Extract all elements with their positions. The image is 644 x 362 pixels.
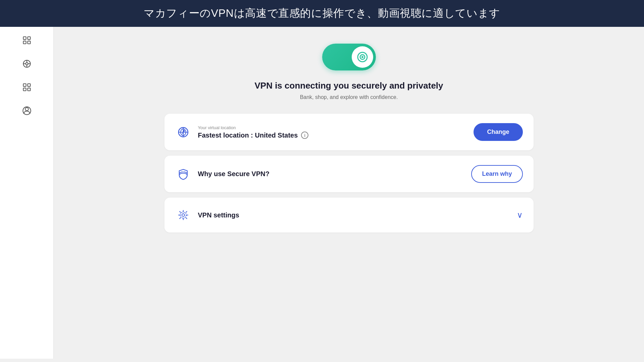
svg-point-22 [183,130,185,132]
learn-card-content: Why use Secure VPN? [198,170,472,178]
change-button[interactable]: Change [474,123,523,141]
svg-rect-10 [23,84,26,87]
svg-rect-2 [23,41,26,44]
svg-point-18 [361,56,363,58]
svg-rect-0 [23,37,26,40]
svg-point-23 [182,214,185,216]
svg-point-24 [180,212,186,218]
settings-card-left: VPN settings [175,207,239,223]
svg-rect-3 [28,41,30,44]
location-card: Your virtual location Fastest location :… [164,114,534,150]
location-icon [175,124,191,140]
learn-why-button[interactable]: Learn why [471,165,523,183]
app-container: VPN is connecting you securely and priva… [0,27,644,359]
sidebar-item-account[interactable] [20,104,34,117]
secure-vpn-icon [175,166,191,182]
svg-point-5 [26,63,28,65]
vpn-status-subtitle: Bank, shop, and explore with confidence. [300,94,398,100]
svg-rect-13 [28,88,30,91]
main-content: VPN is connecting you securely and priva… [54,27,644,359]
sidebar-item-antivirus[interactable] [20,57,34,70]
settings-card: VPN settings ∨ [164,198,534,232]
sidebar-item-home[interactable] [20,34,34,47]
svg-rect-1 [28,37,30,40]
location-info-icon[interactable]: i [301,132,308,139]
settings-title: VPN settings [198,211,239,219]
settings-icon [175,207,191,223]
vpn-status-title: VPN is connecting you securely and priva… [254,81,443,91]
vpn-toggle-knob [352,46,373,68]
learn-card: Why use Secure VPN? Learn why [164,156,534,192]
learn-card-title: Why use Secure VPN? [198,170,472,178]
banner-text: マカフィーのVPNは高速で直感的に操作でき、動画視聴に適しています [144,6,500,21]
svg-rect-11 [28,84,30,87]
location-card-content: Your virtual location Fastest location :… [198,125,474,139]
svg-rect-12 [23,88,26,91]
location-title: Fastest location : United States i [198,132,474,139]
vpn-toggle-container [322,44,376,70]
sidebar-item-apps[interactable] [20,81,34,94]
chevron-down-icon[interactable]: ∨ [517,210,523,220]
sidebar [0,27,54,359]
svg-point-14 [25,108,28,111]
vpn-toggle[interactable] [322,44,376,70]
location-label: Your virtual location [198,125,474,130]
top-banner: マカフィーのVPNは高速で直感的に操作でき、動画視聴に適しています [0,0,644,27]
